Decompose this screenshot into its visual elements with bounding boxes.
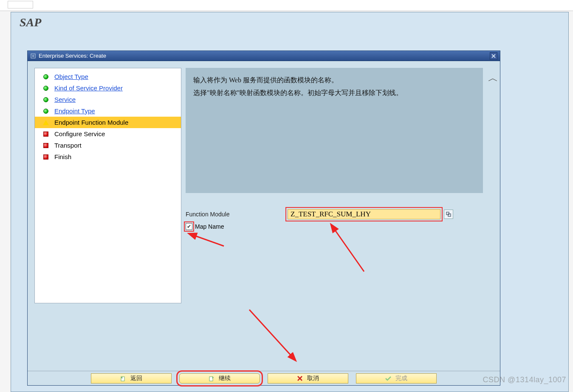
tab-stub [8, 1, 33, 8]
function-module-row: Function Module [186, 208, 483, 221]
wizard-step-label: Endpoint Function Module [54, 119, 128, 126]
status-led-red-icon [42, 131, 49, 137]
wizard-step-label[interactable]: Service [54, 96, 76, 103]
status-led-yellow-icon [42, 119, 49, 126]
dialog-body: Object TypeKind of Service ProviderServi… [28, 61, 500, 385]
back-button-label: 返回 [130, 375, 142, 382]
finish-button[interactable]: 完成 [356, 373, 437, 384]
description-line-2: 选择"映射名称"映射函数模块的名称。初始字母大写并且移除下划线。 [193, 87, 475, 99]
dialog-title-text: Enterprise Services: Create [39, 53, 106, 59]
wizard-step-label: Transport [54, 142, 82, 149]
wizard-step-label[interactable]: Endpoint Type [54, 107, 95, 115]
sap-logo: SAP [20, 16, 41, 29]
svg-rect-4 [209, 377, 213, 381]
annotation-arrow-input [326, 225, 377, 277]
continue-button-label: 继续 [219, 375, 231, 382]
wizard-step-3[interactable]: Endpoint Type [35, 105, 181, 117]
scroll-up-icon[interactable]: ︿ [488, 71, 497, 85]
wizard-step-0[interactable]: Object Type [35, 71, 181, 82]
wizard-step-label[interactable]: Kind of Service Provider [54, 84, 123, 92]
map-name-checkbox[interactable]: ✔ [186, 223, 192, 230]
status-led-red-icon [42, 142, 49, 149]
wizard-step-label[interactable]: Object Type [54, 73, 88, 80]
wizard-step-label: Configure Service [54, 130, 105, 137]
svg-rect-1 [446, 212, 449, 215]
status-led-green-icon [42, 73, 49, 80]
function-module-label: Function Module [186, 211, 288, 218]
continue-icon [209, 375, 215, 381]
dialog-titlebar-icon [30, 53, 36, 59]
status-led-green-icon [42, 96, 49, 103]
map-name-row: ✔ Map Name [186, 223, 483, 230]
form-area: Function Module ✔ Map Name [186, 208, 483, 230]
continue-button[interactable]: 继续 [179, 373, 260, 384]
wizard-step-4: Endpoint Function Module [35, 117, 181, 128]
value-help-button[interactable] [444, 210, 453, 219]
wizard-content-panel: 输入将作为 Web 服务而提供的函数模块的名称。 选择"映射名称"映射函数模块的… [181, 68, 500, 385]
map-name-label: Map Name [195, 223, 224, 230]
description-scrollbar: ︿ ﹀ [488, 71, 497, 382]
dialog-titlebar: Enterprise Services: Create [28, 51, 500, 61]
wizard-step-7: Finish [35, 151, 181, 162]
status-led-red-icon [42, 154, 49, 160]
wizard-step-5: Configure Service [35, 128, 181, 140]
wizard-button-bar: 返回 继续 取消 完成 [28, 371, 500, 385]
wizard-step-6: Transport [35, 140, 181, 151]
cancel-button[interactable]: 取消 [268, 373, 348, 384]
checkmark-icon: ✔ [187, 224, 191, 230]
svg-rect-2 [448, 214, 451, 216]
annotation-arrow-checkbox [190, 233, 228, 252]
status-led-green-icon [42, 85, 49, 92]
sap-main-window: SAP Enterprise Services: Create Object T… [11, 12, 569, 392]
back-button[interactable]: 返回 [91, 373, 172, 384]
wizard-dialog: Enterprise Services: Create Object TypeK… [27, 50, 500, 386]
wizard-step-1[interactable]: Kind of Service Provider [35, 82, 181, 94]
wizard-step-list: Object TypeKind of Service ProviderServi… [34, 68, 181, 303]
step-description-box: 输入将作为 Web 服务而提供的函数模块的名称。 选择"映射名称"映射函数模块的… [186, 68, 483, 193]
wizard-step-2[interactable]: Service [35, 94, 181, 105]
status-led-green-icon [42, 108, 49, 115]
cancel-icon [297, 375, 303, 381]
function-module-input[interactable] [288, 209, 440, 219]
annotation-arrow-continue [245, 305, 300, 362]
wizard-step-label: Finish [54, 153, 71, 160]
outer-browser-top [0, 0, 573, 11]
dialog-close-button[interactable] [490, 52, 497, 60]
description-line-1: 输入将作为 Web 服务而提供的函数模块的名称。 [193, 74, 475, 87]
back-icon [120, 375, 126, 381]
cancel-button-label: 取消 [307, 375, 319, 382]
finish-icon [385, 375, 391, 381]
finish-button-label: 完成 [395, 375, 407, 382]
